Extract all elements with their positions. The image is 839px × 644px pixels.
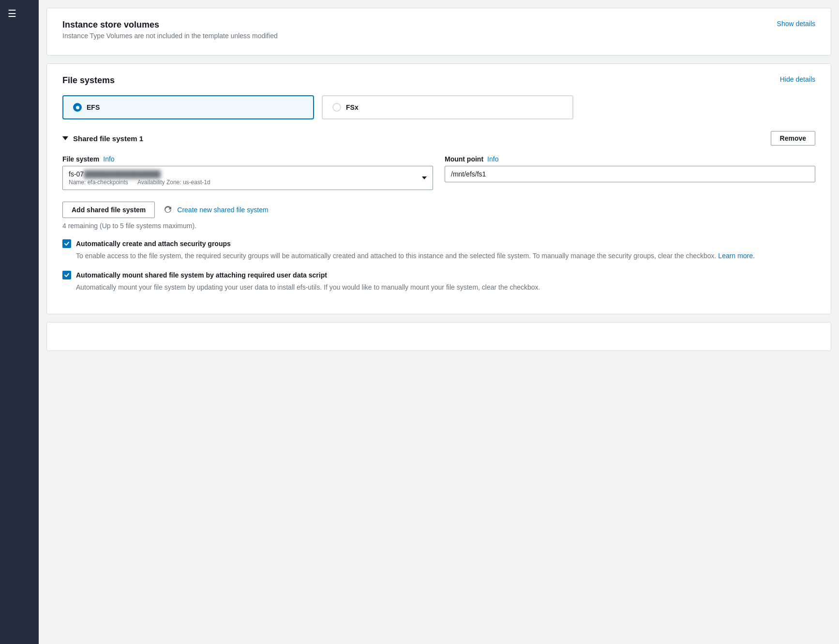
auto-security-groups-item: Automatically create and attach security… [62, 239, 815, 261]
mount-point-group: Mount point Info [445, 155, 815, 190]
file-system-sub-value: Name: efa-checkpoints Availability Zone:… [69, 179, 413, 186]
fsx-label: FSx [346, 103, 359, 111]
learn-more-link[interactable]: Learn more. [718, 252, 754, 260]
efs-radio-circle [73, 103, 82, 112]
file-system-select[interactable]: fs-07████████████████ Name: efa-checkpoi… [62, 166, 433, 190]
select-arrow-icon [422, 176, 427, 179]
auto-mount-desc: Automatically mount your file system by … [76, 282, 815, 293]
auto-mount-checkbox[interactable] [62, 271, 71, 279]
mount-point-info-link[interactable]: Info [487, 155, 498, 163]
fsx-radio-option[interactable]: FSx [322, 95, 573, 119]
create-new-fs-link[interactable]: Create new shared file system [163, 205, 268, 215]
shared-fs-title: Shared file system 1 [73, 134, 143, 143]
main-content: Instance store volumes Instance Type Vol… [39, 0, 839, 644]
action-row: Add shared file system Create new shared… [62, 202, 815, 218]
fs-form-row: File system Info fs-07████████████████ N… [62, 155, 815, 190]
shared-fs-accordion: Shared file system 1 Remove [62, 131, 815, 146]
auto-mount-item: Automatically mount shared file system b… [62, 271, 815, 293]
instance-store-card: Instance store volumes Instance Type Vol… [46, 8, 831, 56]
remove-button[interactable]: Remove [771, 131, 815, 146]
file-system-info-link[interactable]: Info [103, 155, 114, 163]
file-system-group: File system Info fs-07████████████████ N… [62, 155, 433, 190]
mount-point-label: Mount point Info [445, 155, 815, 163]
create-new-fs-label: Create new shared file system [177, 206, 268, 214]
file-system-id-blurred: ████████████████ [84, 170, 161, 178]
fs-type-radio-group: EFS FSx [62, 95, 815, 119]
accordion-chevron-icon[interactable] [62, 136, 68, 140]
sidebar: ☰ [0, 0, 39, 644]
auto-security-groups-desc: To enable access to the file system, the… [76, 251, 815, 261]
fsx-radio-circle [332, 103, 341, 112]
file-systems-card: File systems Hide details EFS FSx Shared [46, 63, 831, 314]
instance-store-subtitle: Instance Type Volumes are not included i… [62, 32, 278, 40]
bottom-card [46, 322, 831, 351]
hide-details-link[interactable]: Hide details [780, 75, 815, 83]
add-shared-fs-button[interactable]: Add shared file system [62, 202, 155, 218]
file-systems-title: File systems [62, 75, 115, 86]
efs-label: EFS [87, 103, 100, 111]
auto-security-groups-checkbox[interactable] [62, 239, 71, 248]
file-system-main-value: fs-07████████████████ [69, 170, 413, 178]
show-details-link[interactable]: Show details [777, 20, 815, 28]
mount-point-input[interactable] [445, 166, 815, 182]
hamburger-icon[interactable]: ☰ [0, 0, 39, 27]
remaining-text: 4 remaining (Up to 5 file systems maximu… [62, 222, 815, 230]
instance-store-title: Instance store volumes [62, 20, 278, 30]
auto-mount-label: Automatically mount shared file system b… [76, 271, 327, 279]
efs-radio-option[interactable]: EFS [62, 95, 314, 119]
file-system-label: File system Info [62, 155, 433, 163]
refresh-icon [163, 205, 173, 215]
auto-security-groups-label: Automatically create and attach security… [76, 240, 231, 248]
